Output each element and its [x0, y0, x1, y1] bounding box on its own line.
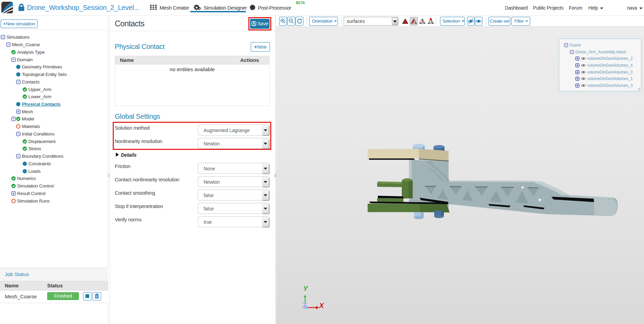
svg-text:Z: Z [302, 301, 307, 310]
svg-text:X: X [319, 301, 325, 309]
svg-text:Y: Y [303, 284, 309, 292]
